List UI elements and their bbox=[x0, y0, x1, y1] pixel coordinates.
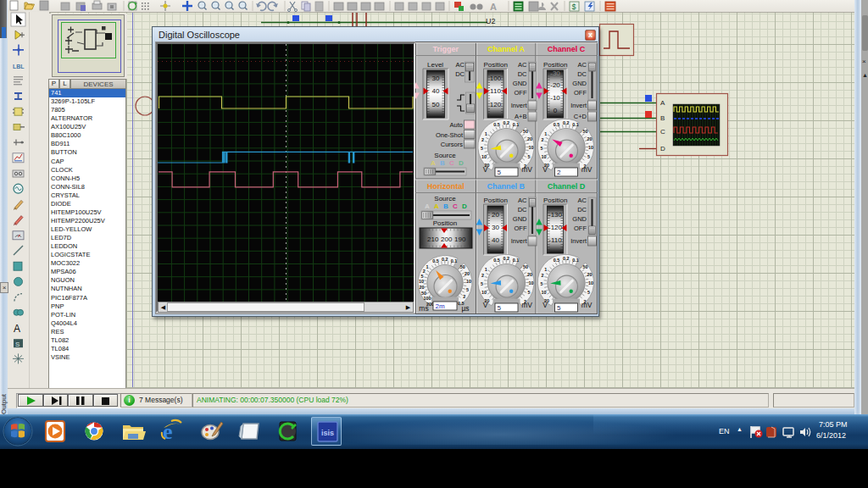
svg-text:40: 40 bbox=[432, 87, 440, 95]
svg-text:AC: AC bbox=[518, 61, 527, 69]
svg-text:Position: Position bbox=[543, 197, 567, 204]
svg-text:5: 5 bbox=[587, 154, 590, 159]
svg-text:GND: GND bbox=[513, 215, 527, 223]
svg-text:0.1: 0.1 bbox=[451, 258, 458, 263]
svg-text:mV: mV bbox=[521, 165, 532, 174]
svg-text:0.2: 0.2 bbox=[563, 120, 570, 125]
svg-text:DC: DC bbox=[577, 206, 587, 214]
svg-text:B: B bbox=[443, 202, 448, 210]
svg-text:Invert: Invert bbox=[511, 237, 528, 245]
svg-text:10: 10 bbox=[466, 279, 471, 284]
svg-text:OFF: OFF bbox=[515, 225, 527, 232]
svg-text:Position: Position bbox=[484, 197, 508, 204]
svg-text:2: 2 bbox=[481, 273, 484, 278]
svg-text:50: 50 bbox=[432, 101, 440, 108]
svg-text:Position: Position bbox=[484, 61, 508, 69]
svg-text:1: 1 bbox=[544, 267, 547, 272]
svg-text:AC: AC bbox=[518, 197, 527, 204]
svg-text:2: 2 bbox=[481, 137, 484, 142]
svg-text:5: 5 bbox=[541, 281, 543, 286]
svg-text:isis: isis bbox=[321, 429, 334, 437]
svg-text:5: 5 bbox=[498, 304, 502, 312]
svg-text:Horizontal: Horizontal bbox=[427, 182, 465, 191]
svg-text:S: S bbox=[15, 341, 19, 348]
svg-text:2: 2 bbox=[463, 294, 465, 299]
svg-text:C+D: C+D bbox=[574, 113, 587, 120]
svg-text:0: 0 bbox=[554, 107, 558, 114]
svg-text:0.1: 0.1 bbox=[572, 258, 579, 263]
svg-text:C: C bbox=[453, 202, 458, 210]
svg-text:10: 10 bbox=[481, 154, 487, 159]
svg-text:-120: -120 bbox=[548, 224, 563, 231]
svg-text:DC: DC bbox=[577, 70, 587, 78]
svg-text:5: 5 bbox=[541, 146, 543, 151]
svg-text:ms: ms bbox=[419, 304, 428, 313]
svg-text:Invert: Invert bbox=[570, 102, 587, 109]
svg-text:50: 50 bbox=[583, 264, 588, 269]
svg-text:-30: -30 bbox=[550, 69, 560, 77]
svg-text:Channel D: Channel D bbox=[548, 182, 586, 191]
svg-text:1: 1 bbox=[426, 264, 428, 269]
svg-text:LBL: LBL bbox=[13, 64, 25, 69]
svg-text:Position: Position bbox=[543, 61, 567, 69]
svg-text:10: 10 bbox=[529, 280, 534, 286]
svg-text:0.2: 0.2 bbox=[442, 257, 448, 262]
svg-text:30: 30 bbox=[432, 75, 440, 82]
svg-text:1: 1 bbox=[544, 131, 547, 136]
svg-text:V: V bbox=[483, 301, 488, 309]
svg-text:0.1: 0.1 bbox=[513, 258, 520, 263]
svg-text:Cursors: Cursors bbox=[441, 141, 464, 148]
svg-text:GND: GND bbox=[572, 80, 587, 87]
svg-text:OFF: OFF bbox=[574, 89, 587, 97]
svg-text:0.1: 0.1 bbox=[572, 122, 579, 127]
svg-text:0.5: 0.5 bbox=[554, 258, 560, 263]
svg-text:0.5: 0.5 bbox=[493, 258, 500, 263]
svg-text:5: 5 bbox=[557, 304, 561, 312]
svg-text:mV: mV bbox=[581, 165, 593, 174]
svg-text:A: A bbox=[14, 323, 20, 335]
svg-text:0.2: 0.2 bbox=[504, 120, 510, 125]
svg-text:0.5: 0.5 bbox=[554, 122, 560, 127]
svg-text:20: 20 bbox=[492, 211, 499, 219]
svg-text:Position: Position bbox=[433, 219, 457, 227]
svg-text:5: 5 bbox=[421, 274, 424, 279]
svg-text:D: D bbox=[459, 159, 464, 167]
svg-text:A: A bbox=[425, 202, 430, 210]
svg-text:A: A bbox=[431, 159, 436, 167]
svg-text:A+B: A+B bbox=[515, 113, 526, 120]
svg-text:40: 40 bbox=[492, 236, 499, 244]
svg-text:10: 10 bbox=[542, 290, 547, 295]
svg-text:5: 5 bbox=[481, 281, 483, 286]
svg-text:2m: 2m bbox=[436, 302, 445, 310]
svg-text:OFF: OFF bbox=[574, 225, 587, 232]
svg-text:GND: GND bbox=[572, 215, 587, 223]
svg-text:5: 5 bbox=[498, 169, 502, 176]
svg-text:10: 10 bbox=[419, 279, 424, 284]
svg-text:10: 10 bbox=[529, 145, 534, 150]
svg-text:AC: AC bbox=[456, 61, 465, 69]
svg-text:Channel A: Channel A bbox=[487, 45, 526, 53]
svg-text:5: 5 bbox=[466, 287, 469, 292]
svg-text:0.5: 0.5 bbox=[432, 258, 439, 263]
svg-text:20: 20 bbox=[587, 272, 592, 277]
svg-text:V: V bbox=[542, 301, 548, 309]
svg-text:0.2: 0.2 bbox=[563, 256, 570, 261]
svg-text:20: 20 bbox=[587, 136, 592, 141]
svg-text:A: A bbox=[660, 99, 665, 107]
svg-text:30: 30 bbox=[492, 224, 499, 231]
svg-text:100: 100 bbox=[490, 75, 502, 82]
svg-text:mV: mV bbox=[521, 301, 532, 309]
svg-text:Channel B: Channel B bbox=[487, 182, 525, 191]
svg-text:AC: AC bbox=[578, 197, 587, 204]
svg-text:DC: DC bbox=[518, 206, 527, 214]
svg-text:Invert: Invert bbox=[511, 102, 528, 109]
svg-text:B: B bbox=[440, 159, 445, 167]
svg-text:B: B bbox=[660, 114, 665, 122]
svg-text:20: 20 bbox=[465, 271, 470, 276]
svg-text:-20: -20 bbox=[550, 81, 560, 89]
svg-text:$: $ bbox=[572, 3, 576, 11]
svg-text:10: 10 bbox=[481, 290, 487, 295]
svg-text:20: 20 bbox=[527, 272, 532, 277]
svg-text:1: 1 bbox=[485, 131, 487, 136]
svg-text:µs: µs bbox=[461, 304, 469, 313]
